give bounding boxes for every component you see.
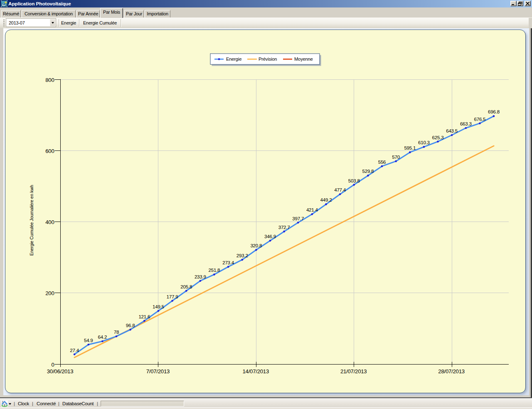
- svg-text:696.8: 696.8: [488, 109, 500, 114]
- svg-text:320.8: 320.8: [250, 243, 262, 248]
- svg-text:293.2: 293.2: [236, 253, 248, 258]
- svg-text:54.9: 54.9: [84, 338, 93, 343]
- svg-text:397.7: 397.7: [292, 216, 304, 221]
- svg-text:28/07/2013: 28/07/2013: [438, 368, 465, 375]
- svg-text:663.3: 663.3: [460, 121, 472, 126]
- svg-text:30/06/2013: 30/06/2013: [47, 368, 74, 375]
- svg-text:0: 0: [51, 362, 54, 368]
- svg-text:449.2: 449.2: [320, 197, 332, 202]
- svg-text:346.9: 346.9: [264, 234, 276, 239]
- svg-text:205.8: 205.8: [180, 284, 192, 289]
- svg-text:Prévision: Prévision: [259, 57, 277, 62]
- svg-text:570: 570: [392, 154, 400, 160]
- svg-text:400: 400: [45, 219, 54, 225]
- svg-text:676.5: 676.5: [474, 116, 486, 122]
- svg-text:21/07/2013: 21/07/2013: [340, 368, 367, 375]
- svg-text:7/07/2013: 7/07/2013: [146, 368, 170, 375]
- svg-text:600: 600: [45, 148, 54, 154]
- svg-text:Energie Cumulée Journalière en: Energie Cumulée Journalière en kwh: [29, 185, 34, 256]
- svg-text:529.8: 529.8: [362, 168, 374, 174]
- svg-text:595.1: 595.1: [404, 145, 416, 150]
- svg-text:78: 78: [114, 329, 119, 335]
- svg-text:14/07/2013: 14/07/2013: [243, 368, 269, 375]
- svg-text:200: 200: [45, 290, 54, 296]
- svg-text:477.4: 477.4: [334, 187, 346, 192]
- svg-text:372.7: 372.7: [278, 224, 290, 230]
- svg-text:251.8: 251.8: [209, 267, 220, 273]
- svg-text:27.4: 27.4: [70, 347, 79, 353]
- svg-text:177.9: 177.9: [167, 294, 178, 299]
- svg-text:96.8: 96.8: [126, 323, 135, 328]
- svg-text:610.3: 610.3: [418, 140, 430, 145]
- svg-text:Moyenne: Moyenne: [294, 57, 313, 62]
- svg-text:556: 556: [378, 159, 386, 165]
- svg-text:800: 800: [45, 77, 54, 83]
- svg-text:421.4: 421.4: [306, 207, 318, 212]
- svg-text:273.4: 273.4: [222, 260, 234, 265]
- svg-text:643.5: 643.5: [446, 128, 458, 133]
- svg-text:625.3: 625.3: [432, 135, 444, 140]
- svg-text:503.8: 503.8: [348, 178, 360, 183]
- svg-text:233.9: 233.9: [195, 274, 206, 279]
- svg-text:149.5: 149.5: [153, 304, 164, 309]
- svg-text:121.6: 121.6: [138, 314, 150, 319]
- svg-text:64.2: 64.2: [98, 334, 107, 340]
- svg-text:Energie: Energie: [226, 57, 241, 62]
